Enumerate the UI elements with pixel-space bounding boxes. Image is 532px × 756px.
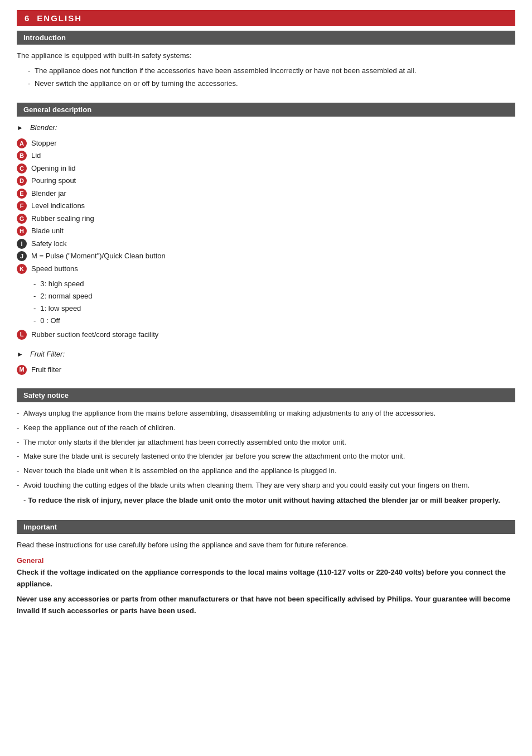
badge-g: G bbox=[17, 214, 27, 224]
important-content: Read these instructions for use carefull… bbox=[17, 540, 515, 617]
list-item: C Opening in lid bbox=[17, 163, 515, 174]
badge-f: F bbox=[17, 201, 27, 211]
list-item: Always unplug the appliance from the mai… bbox=[17, 408, 515, 420]
item-text: Pouring spout bbox=[31, 175, 76, 186]
list-item: D Pouring spout bbox=[17, 175, 515, 186]
important-intro: Read these instructions for use carefull… bbox=[17, 540, 515, 551]
list-item: Never switch the appliance on or off by … bbox=[28, 78, 515, 90]
introduction-intro: The appliance is equipped with built-in … bbox=[17, 50, 515, 62]
list-item: H Blade unit bbox=[17, 225, 515, 237]
important-bold-1: Check if the voltage indicated on the ap… bbox=[17, 567, 515, 590]
speed-text: 1: low speed bbox=[40, 303, 81, 315]
badge-b: B bbox=[17, 151, 27, 161]
speed-text: 3: high speed bbox=[40, 278, 84, 290]
dash-icon: - bbox=[23, 496, 26, 504]
blender-parts-list: A Stopper B Lid C Opening in lid D Pouri… bbox=[17, 138, 515, 275]
general-description-title: General description bbox=[23, 105, 91, 114]
introduction-list: The appliance does not function if the a… bbox=[28, 65, 515, 90]
safety-notice-title: Safety notice bbox=[23, 391, 69, 399]
language-label: ENGLISH bbox=[37, 13, 82, 23]
blender-heading: ► Blender: bbox=[17, 122, 515, 133]
page-number: 6 bbox=[25, 13, 29, 23]
list-item: Never touch the blade unit when it is as… bbox=[17, 465, 515, 477]
blender-label: Blender: bbox=[30, 122, 57, 133]
safety-bold-item: -To reduce the risk of injury, never pla… bbox=[17, 495, 515, 507]
list-item: M Fruit filter bbox=[17, 364, 515, 375]
item-text: Speed buttons bbox=[31, 263, 78, 275]
arrow-icon: ► bbox=[17, 349, 23, 359]
badge-d: D bbox=[17, 176, 27, 186]
item-text: Level indications bbox=[31, 200, 85, 211]
page: 6 ENGLISH Introduction The appliance is … bbox=[0, 0, 532, 756]
list-item: Keep the appliance out of the reach of c… bbox=[17, 422, 515, 434]
list-item: Avoid touching the cutting edges of the … bbox=[17, 480, 515, 492]
speed-item-4: - 0 : Off bbox=[33, 315, 515, 327]
arrow-icon: ► bbox=[17, 123, 23, 133]
list-item: The motor only starts if the blender jar… bbox=[17, 437, 515, 449]
dash-icon: - bbox=[33, 278, 36, 290]
fruit-filter-list: M Fruit filter bbox=[17, 364, 515, 375]
dash-icon: - bbox=[33, 291, 36, 302]
list-item: K Speed buttons bbox=[17, 263, 515, 275]
dash-icon: - bbox=[33, 303, 36, 315]
badge-c: C bbox=[17, 163, 27, 174]
badge-k: K bbox=[17, 264, 27, 274]
important-title: Important bbox=[23, 523, 57, 531]
item-text: Blender jar bbox=[31, 188, 66, 199]
general-description-bar: General description bbox=[17, 103, 515, 117]
bold-text: To reduce the risk of injury, never plac… bbox=[28, 496, 500, 504]
list-item: A Stopper bbox=[17, 138, 515, 149]
badge-m: M bbox=[17, 365, 27, 375]
list-item: The appliance does not function if the a… bbox=[28, 65, 515, 77]
important-bar: Important bbox=[17, 520, 515, 534]
introduction-content: The appliance is equipped with built-in … bbox=[17, 50, 515, 89]
introduction-bar: Introduction bbox=[17, 31, 515, 45]
general-sub-heading: General bbox=[17, 556, 515, 565]
item-text: M = Pulse ("Moment")/Quick Clean button bbox=[31, 251, 166, 262]
badge-a: A bbox=[17, 138, 27, 148]
speed-item-3: - 1: low speed bbox=[33, 303, 515, 315]
item-text: Fruit filter bbox=[31, 364, 61, 375]
safety-list: Always unplug the appliance from the mai… bbox=[17, 408, 515, 492]
last-blender-item: L Rubber suction feet/cord storage facil… bbox=[17, 329, 515, 340]
fruit-filter-heading: ► Fruit Filter: bbox=[17, 349, 515, 360]
list-item: J M = Pulse ("Moment")/Quick Clean butto… bbox=[17, 251, 515, 262]
fruit-filter-label: Fruit Filter: bbox=[30, 349, 65, 360]
item-text: Safety lock bbox=[31, 238, 67, 249]
introduction-title: Introduction bbox=[23, 33, 66, 42]
speed-text: 2: normal speed bbox=[40, 291, 92, 302]
important-bold-2: Never use any accessories or parts from … bbox=[17, 594, 515, 617]
badge-l: L bbox=[17, 330, 27, 340]
list-item: L Rubber suction feet/cord storage facil… bbox=[17, 329, 515, 340]
badge-e: E bbox=[17, 189, 27, 199]
safety-notice-bar: Safety notice bbox=[17, 388, 515, 402]
item-text: Lid bbox=[31, 150, 41, 161]
item-text: Rubber suction feet/cord storage facilit… bbox=[31, 329, 158, 340]
general-description-content: ► Blender: A Stopper B Lid C Opening in … bbox=[17, 122, 515, 375]
badge-j: J bbox=[17, 251, 27, 261]
list-item: B Lid bbox=[17, 150, 515, 161]
speed-item-2: - 2: normal speed bbox=[33, 291, 515, 302]
header-bar: 6 ENGLISH bbox=[17, 10, 515, 26]
item-text: Stopper bbox=[31, 138, 57, 149]
list-item: F Level indications bbox=[17, 200, 515, 211]
list-item: I Safety lock bbox=[17, 238, 515, 249]
dash-icon: - bbox=[33, 315, 36, 327]
safety-notice-content: Always unplug the appliance from the mai… bbox=[17, 408, 515, 507]
item-text: Opening in lid bbox=[31, 163, 76, 174]
speed-item-1: - 3: high speed bbox=[33, 278, 515, 290]
item-text: Rubber sealing ring bbox=[31, 213, 94, 224]
badge-i: I bbox=[17, 239, 27, 249]
list-item: Make sure the blade unit is securely fas… bbox=[17, 451, 515, 463]
item-text: Blade unit bbox=[31, 225, 64, 237]
badge-h: H bbox=[17, 226, 27, 236]
list-item: E Blender jar bbox=[17, 188, 515, 199]
list-item: G Rubber sealing ring bbox=[17, 213, 515, 224]
speed-text: 0 : Off bbox=[40, 315, 60, 327]
